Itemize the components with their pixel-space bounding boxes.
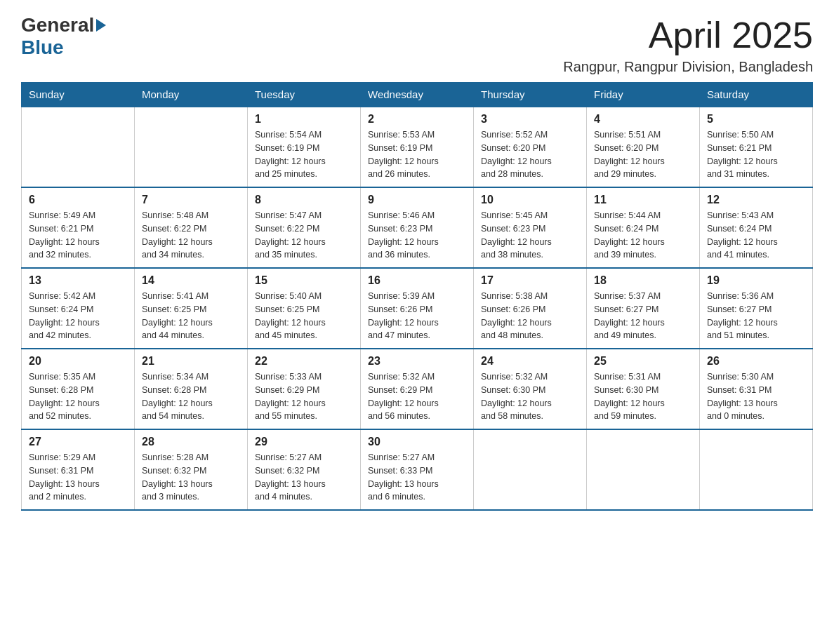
day-number: 18 [594, 274, 692, 287]
day-number: 29 [255, 436, 353, 448]
day-number: 1 [255, 113, 353, 126]
subtitle: Rangpur, Rangpur Division, Bangladesh [563, 59, 813, 75]
day-info: Sunrise: 5:45 AM Sunset: 6:23 PM Dayligh… [481, 209, 579, 262]
table-row [587, 429, 700, 510]
day-number: 2 [368, 113, 466, 126]
table-row: 14Sunrise: 5:41 AM Sunset: 6:25 PM Dayli… [135, 268, 248, 349]
day-info: Sunrise: 5:40 AM Sunset: 6:25 PM Dayligh… [255, 290, 353, 342]
logo-arrow-icon [96, 19, 106, 32]
table-row: 17Sunrise: 5:38 AM Sunset: 6:26 PM Dayli… [474, 268, 587, 349]
table-row [22, 107, 135, 187]
col-thursday: Thursday [474, 83, 587, 107]
header: General Blue April 2025 Rangpur, Rangpur… [21, 14, 813, 75]
day-info: Sunrise: 5:38 AM Sunset: 6:26 PM Dayligh… [481, 290, 579, 342]
table-row: 20Sunrise: 5:35 AM Sunset: 6:28 PM Dayli… [22, 349, 135, 429]
table-row: 1Sunrise: 5:54 AM Sunset: 6:19 PM Daylig… [248, 107, 361, 187]
day-number: 14 [142, 274, 240, 287]
day-number: 25 [594, 355, 692, 368]
day-info: Sunrise: 5:46 AM Sunset: 6:23 PM Dayligh… [368, 209, 466, 262]
day-info: Sunrise: 5:52 AM Sunset: 6:20 PM Dayligh… [481, 128, 579, 181]
day-info: Sunrise: 5:27 AM Sunset: 6:33 PM Dayligh… [368, 451, 466, 504]
day-number: 16 [368, 274, 466, 287]
col-friday: Friday [587, 83, 700, 107]
day-info: Sunrise: 5:44 AM Sunset: 6:24 PM Dayligh… [594, 209, 692, 262]
table-row: 3Sunrise: 5:52 AM Sunset: 6:20 PM Daylig… [474, 107, 587, 187]
day-info: Sunrise: 5:47 AM Sunset: 6:22 PM Dayligh… [255, 209, 353, 262]
day-number: 13 [29, 274, 127, 287]
day-number: 3 [481, 113, 579, 126]
day-number: 23 [368, 355, 466, 368]
day-number: 4 [594, 113, 692, 126]
table-row: 11Sunrise: 5:44 AM Sunset: 6:24 PM Dayli… [587, 187, 700, 268]
day-info: Sunrise: 5:51 AM Sunset: 6:20 PM Dayligh… [594, 128, 692, 181]
day-info: Sunrise: 5:29 AM Sunset: 6:31 PM Dayligh… [29, 451, 127, 504]
day-number: 11 [594, 194, 692, 206]
day-number: 20 [29, 355, 127, 368]
day-info: Sunrise: 5:36 AM Sunset: 6:27 PM Dayligh… [707, 290, 805, 342]
table-row: 2Sunrise: 5:53 AM Sunset: 6:19 PM Daylig… [361, 107, 474, 187]
calendar-week-row: 13Sunrise: 5:42 AM Sunset: 6:24 PM Dayli… [22, 268, 813, 349]
day-info: Sunrise: 5:42 AM Sunset: 6:24 PM Dayligh… [29, 290, 127, 342]
day-info: Sunrise: 5:31 AM Sunset: 6:30 PM Dayligh… [594, 370, 692, 423]
day-info: Sunrise: 5:33 AM Sunset: 6:29 PM Dayligh… [255, 370, 353, 423]
table-row: 5Sunrise: 5:50 AM Sunset: 6:21 PM Daylig… [700, 107, 813, 187]
logo: General Blue [21, 14, 107, 59]
calendar-week-row: 27Sunrise: 5:29 AM Sunset: 6:31 PM Dayli… [22, 429, 813, 510]
table-row: 29Sunrise: 5:27 AM Sunset: 6:32 PM Dayli… [248, 429, 361, 510]
day-number: 27 [29, 436, 127, 448]
logo-blue-text: Blue [21, 36, 64, 58]
day-number: 15 [255, 274, 353, 287]
calendar-header-row: Sunday Monday Tuesday Wednesday Thursday… [22, 83, 813, 107]
table-row: 13Sunrise: 5:42 AM Sunset: 6:24 PM Dayli… [22, 268, 135, 349]
day-number: 28 [142, 436, 240, 448]
day-info: Sunrise: 5:41 AM Sunset: 6:25 PM Dayligh… [142, 290, 240, 342]
day-number: 19 [707, 274, 805, 287]
page-title: April 2025 [563, 14, 813, 56]
table-row: 8Sunrise: 5:47 AM Sunset: 6:22 PM Daylig… [248, 187, 361, 268]
day-number: 8 [255, 194, 353, 206]
table-row: 7Sunrise: 5:48 AM Sunset: 6:22 PM Daylig… [135, 187, 248, 268]
col-wednesday: Wednesday [361, 83, 474, 107]
table-row: 19Sunrise: 5:36 AM Sunset: 6:27 PM Dayli… [700, 268, 813, 349]
day-info: Sunrise: 5:50 AM Sunset: 6:21 PM Dayligh… [707, 128, 805, 181]
calendar-table: Sunday Monday Tuesday Wednesday Thursday… [21, 82, 813, 511]
calendar-week-row: 1Sunrise: 5:54 AM Sunset: 6:19 PM Daylig… [22, 107, 813, 187]
table-row: 12Sunrise: 5:43 AM Sunset: 6:24 PM Dayli… [700, 187, 813, 268]
day-number: 10 [481, 194, 579, 206]
table-row: 9Sunrise: 5:46 AM Sunset: 6:23 PM Daylig… [361, 187, 474, 268]
day-number: 22 [255, 355, 353, 368]
day-number: 26 [707, 355, 805, 368]
table-row: 30Sunrise: 5:27 AM Sunset: 6:33 PM Dayli… [361, 429, 474, 510]
day-info: Sunrise: 5:30 AM Sunset: 6:31 PM Dayligh… [707, 370, 805, 423]
day-info: Sunrise: 5:43 AM Sunset: 6:24 PM Dayligh… [707, 209, 805, 262]
table-row: 27Sunrise: 5:29 AM Sunset: 6:31 PM Dayli… [22, 429, 135, 510]
day-info: Sunrise: 5:54 AM Sunset: 6:19 PM Dayligh… [255, 128, 353, 181]
day-info: Sunrise: 5:32 AM Sunset: 6:30 PM Dayligh… [481, 370, 579, 423]
table-row [135, 107, 248, 187]
day-number: 21 [142, 355, 240, 368]
col-sunday: Sunday [22, 83, 135, 107]
day-info: Sunrise: 5:39 AM Sunset: 6:26 PM Dayligh… [368, 290, 466, 342]
table-row [700, 429, 813, 510]
logo-general-text: General [21, 14, 94, 36]
table-row: 26Sunrise: 5:30 AM Sunset: 6:31 PM Dayli… [700, 349, 813, 429]
day-info: Sunrise: 5:53 AM Sunset: 6:19 PM Dayligh… [368, 128, 466, 181]
table-row: 25Sunrise: 5:31 AM Sunset: 6:30 PM Dayli… [587, 349, 700, 429]
col-saturday: Saturday [700, 83, 813, 107]
day-info: Sunrise: 5:28 AM Sunset: 6:32 PM Dayligh… [142, 451, 240, 504]
calendar-week-row: 6Sunrise: 5:49 AM Sunset: 6:21 PM Daylig… [22, 187, 813, 268]
day-info: Sunrise: 5:49 AM Sunset: 6:21 PM Dayligh… [29, 209, 127, 262]
day-number: 24 [481, 355, 579, 368]
day-number: 30 [368, 436, 466, 448]
table-row: 16Sunrise: 5:39 AM Sunset: 6:26 PM Dayli… [361, 268, 474, 349]
table-row: 28Sunrise: 5:28 AM Sunset: 6:32 PM Dayli… [135, 429, 248, 510]
table-row: 24Sunrise: 5:32 AM Sunset: 6:30 PM Dayli… [474, 349, 587, 429]
day-number: 9 [368, 194, 466, 206]
day-info: Sunrise: 5:27 AM Sunset: 6:32 PM Dayligh… [255, 451, 353, 504]
table-row: 15Sunrise: 5:40 AM Sunset: 6:25 PM Dayli… [248, 268, 361, 349]
title-area: April 2025 Rangpur, Rangpur Division, Ba… [563, 14, 813, 75]
day-number: 12 [707, 194, 805, 206]
col-monday: Monday [135, 83, 248, 107]
day-info: Sunrise: 5:32 AM Sunset: 6:29 PM Dayligh… [368, 370, 466, 423]
day-info: Sunrise: 5:37 AM Sunset: 6:27 PM Dayligh… [594, 290, 692, 342]
